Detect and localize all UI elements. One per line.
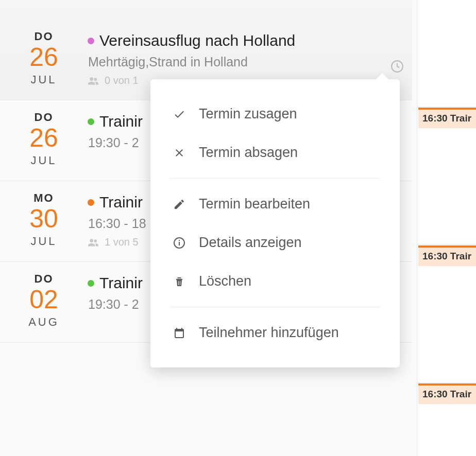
menu-label: Termin zusagen: [199, 106, 297, 122]
chip-label: 16:30 Trair: [422, 389, 471, 399]
menu-divider: [170, 307, 380, 307]
trash-icon: [173, 275, 185, 288]
menu-divider: [170, 178, 380, 179]
pencil-icon: [173, 198, 185, 211]
check-icon: [173, 108, 185, 120]
category-dot-icon: [88, 280, 94, 287]
event-date: DO 02 AUG: [0, 272, 88, 329]
menu-label: Löschen: [199, 273, 251, 289]
attendee-count: 1 von 5: [105, 236, 139, 248]
event-date: MO 30 JUL: [0, 191, 88, 248]
menu-label: Termin absagen: [199, 145, 298, 161]
menu-item-add-participants[interactable]: Teilnehmer hinzufügen: [150, 313, 400, 352]
event-body: Vereinsausflug nach Holland Mehrtägig,St…: [88, 30, 412, 86]
info-icon: [173, 237, 185, 249]
menu-label: Termin bearbeiten: [199, 196, 310, 212]
event-options-button[interactable]: [390, 60, 404, 73]
calendar-chip[interactable]: 16:30 Trair: [418, 383, 476, 404]
menu-item-edit[interactable]: Termin bearbeiten: [150, 185, 400, 223]
event-subtitle: Mehrtägig,Strand in Holland: [88, 55, 397, 69]
event-title: Trainir: [99, 274, 143, 292]
category-dot-icon: [88, 199, 94, 206]
day-cell[interactable]: 16:30 Trair: [417, 0, 476, 107]
day-column: 16:30 Trair 16:30 Trair 16:30 Trair: [417, 0, 476, 456]
people-icon: [88, 238, 98, 247]
date-day: 30: [0, 206, 88, 232]
attendee-count: 0 von 1: [105, 75, 139, 86]
date-month: AUG: [0, 315, 88, 329]
date-weekday: DO: [0, 272, 88, 286]
clock-icon: [390, 60, 404, 73]
menu-item-details[interactable]: Details anzeigen: [150, 223, 400, 262]
date-month: JUL: [0, 235, 88, 248]
menu-item-decline[interactable]: Termin absagen: [150, 133, 400, 172]
category-dot-icon: [88, 38, 94, 44]
date-day: 26: [0, 125, 88, 151]
date-weekday: DO: [0, 111, 88, 124]
calendar-person-icon: [173, 327, 185, 339]
event-date: DO 26 JUL: [0, 30, 88, 86]
date-weekday: DO: [0, 30, 88, 43]
menu-item-accept[interactable]: Termin zusagen: [150, 95, 400, 133]
date-month: JUL: [0, 73, 88, 86]
people-icon: [88, 77, 98, 85]
day-cell[interactable]: 16:30 Trair: [417, 245, 476, 383]
event-title: Vereinsausflug nach Holland: [99, 32, 295, 49]
menu-label: Details anzeigen: [199, 235, 302, 251]
date-day: 02: [0, 287, 88, 312]
event-date: DO 26 JUL: [0, 111, 88, 167]
menu-label: Teilnehmer hinzufügen: [199, 325, 339, 341]
category-dot-icon: [88, 118, 94, 125]
date-weekday: MO: [0, 191, 88, 205]
event-title: Trainir: [99, 194, 143, 211]
close-icon: [173, 147, 185, 159]
date-month: JUL: [0, 154, 88, 167]
day-cell[interactable]: 16:30 Trair: [417, 107, 476, 245]
menu-item-delete[interactable]: Löschen: [150, 262, 400, 301]
date-day: 26: [0, 44, 88, 70]
event-title: Trainir: [99, 113, 143, 130]
context-menu: Termin zusagen Termin absagen Termin bea…: [150, 79, 400, 367]
